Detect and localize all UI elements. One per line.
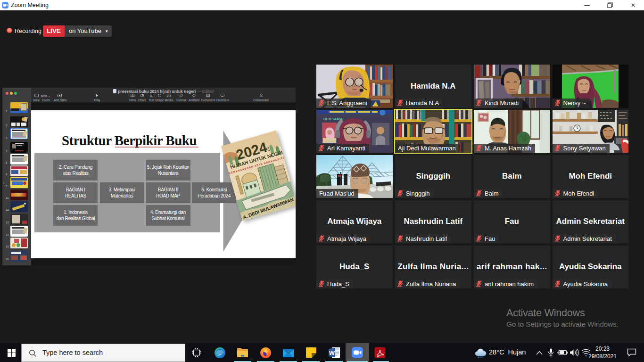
- svg-text:W: W: [329, 349, 335, 356]
- svg-text:T: T: [150, 94, 152, 97]
